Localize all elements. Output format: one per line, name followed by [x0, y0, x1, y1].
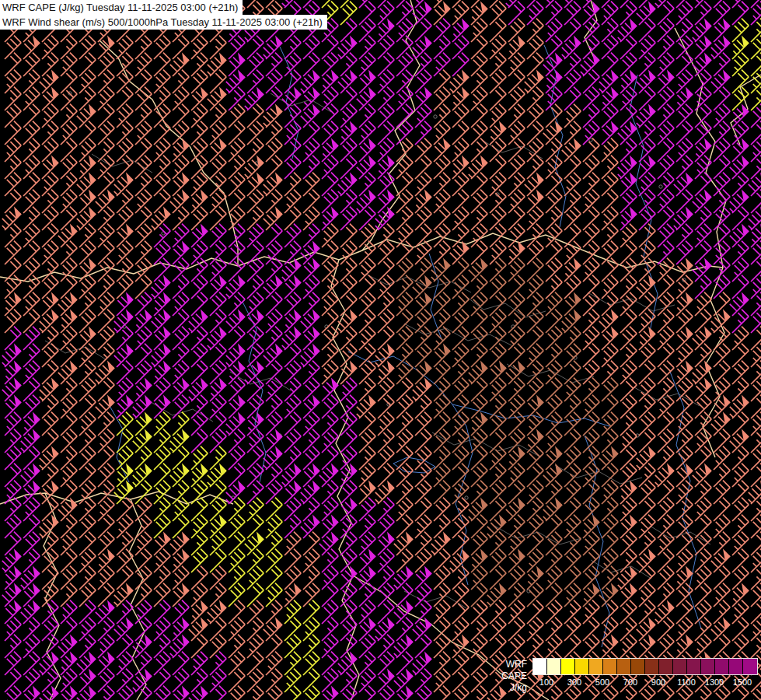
legend-label-column: WRF CAPE J/kg: [501, 658, 527, 694]
wind-barb: [751, 0, 761, 8]
legend-unit-label: J/kg: [501, 682, 527, 694]
wind-barb: [751, 327, 761, 350]
legend-color-cell: [715, 659, 729, 674]
legend-color-cell: [673, 659, 687, 674]
wind-barb: [378, 686, 394, 700]
legend-color-cell: [603, 659, 617, 674]
legend-color-cell: [687, 659, 701, 674]
wind-barb: [751, 446, 761, 470]
wind-barb-layer: [2, 0, 761, 700]
wind-barb: [751, 275, 761, 299]
wind-barb: [751, 412, 761, 436]
legend-color-cell: [617, 659, 631, 674]
legend-color-cell: [701, 659, 715, 674]
wind-barb: [98, 686, 114, 700]
wind-barb: [751, 566, 761, 590]
wind-barb: [751, 498, 761, 521]
country-border: [331, 260, 359, 700]
wind-barb: [751, 53, 761, 76]
wind-barb: [229, 686, 245, 700]
wind-barb: [751, 292, 761, 316]
legend-color-cell: [659, 659, 673, 674]
legend-color-cell: [561, 659, 575, 674]
wind-barb: [303, 686, 319, 700]
legend-tick-label: 500: [595, 677, 609, 687]
wind-barb: [751, 600, 761, 624]
wind-barb: [117, 686, 133, 700]
wind-barb: [285, 686, 301, 700]
wind-barb: [247, 686, 264, 700]
windshear-title-line: WRF Wind shear (m/s) 500/1000hPa Tuesday…: [0, 15, 327, 30]
wind-barb: [751, 121, 761, 145]
contour-line: [555, 465, 642, 484]
wind-barb: [751, 344, 761, 367]
legend-color-cell: [547, 659, 561, 674]
weather-map-product: WRF CAPE (J/kg) Tuesday 11-11-2025 03:00…: [0, 0, 761, 700]
legend-colorbar: [532, 658, 758, 675]
legend-model-label: WRF: [501, 659, 527, 670]
wind-barb: [751, 378, 761, 401]
legend-param-label: CAPE: [501, 670, 527, 682]
wind-barb: [751, 549, 761, 572]
legend-tick-label: 1100: [677, 677, 696, 687]
wind-barb: [340, 686, 357, 700]
wind-barb: [751, 241, 761, 264]
wind-barb: [5, 686, 21, 700]
wind-barb: [751, 229, 761, 247]
legend-tick-label: 300: [567, 677, 581, 687]
wind-barb: [359, 686, 375, 700]
map-spot: [465, 496, 468, 499]
wind-barb: [751, 70, 761, 93]
cape-color-legend: WRF CAPE J/kg 10030050070090011001300150…: [501, 658, 758, 694]
legend-color-cell: [575, 659, 589, 674]
legend-tick-label: 100: [539, 677, 553, 687]
wind-barb: [751, 138, 761, 162]
map-spot: [659, 185, 662, 188]
wind-barb: [415, 686, 431, 700]
map-canvas: [0, 0, 761, 700]
wind-barb: [751, 635, 761, 658]
wind-barb: [751, 87, 761, 110]
wind-barb: [154, 686, 170, 700]
legend-color-cell: [589, 659, 603, 674]
legend-color-cell: [533, 659, 547, 674]
wind-barb: [751, 515, 761, 538]
wind-barb: [749, 177, 761, 196]
title-bar: WRF CAPE (J/kg) Tuesday 11-11-2025 03:00…: [0, 0, 327, 30]
legend-scale: 100300500700900110013001500: [532, 658, 758, 689]
legend-color-cell: [729, 659, 743, 674]
wind-barb: [749, 485, 761, 504]
wind-barb: [751, 429, 761, 453]
wind-barb: [452, 686, 469, 700]
wind-barb: [751, 19, 761, 42]
legend-tick-label: 900: [651, 677, 665, 687]
wind-barb: [751, 532, 761, 555]
wind-barb: [751, 361, 761, 384]
wind-barb: [266, 686, 282, 700]
map-spot: [434, 115, 437, 118]
wind-barb: [749, 212, 761, 230]
legend-color-cell: [645, 659, 659, 674]
contour-line: [45, 341, 106, 359]
legend-tick-labels: 100300500700900110013001500: [532, 677, 756, 689]
wind-barb: [751, 104, 761, 128]
river-line: [280, 47, 298, 159]
legend-color-cell: [631, 659, 645, 674]
wind-barb: [751, 156, 761, 179]
wind-barb: [751, 190, 761, 213]
wind-barb: [210, 686, 226, 700]
wind-barb: [434, 686, 450, 700]
legend-tick-label: 700: [623, 677, 637, 687]
wind-barb: [751, 395, 761, 418]
wind-barb: [751, 618, 761, 641]
legend-color-cell: [743, 659, 757, 674]
cape-title-line: WRF CAPE (J/kg) Tuesday 11-11-2025 03:00…: [0, 0, 243, 15]
wind-barb: [471, 686, 487, 700]
wind-barb: [751, 258, 761, 282]
wind-barb: [751, 36, 761, 59]
wind-barb: [751, 2, 761, 25]
wind-barb: [751, 310, 761, 333]
legend-tick-label: 1300: [705, 677, 724, 687]
legend-tick-label: 1500: [733, 677, 752, 687]
wind-barb: [751, 583, 761, 607]
